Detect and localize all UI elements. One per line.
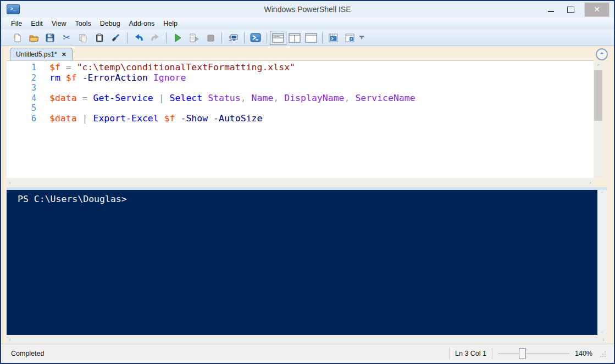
tab-untitled5[interactable]: Untitled5.ps1* ✕ xyxy=(10,48,73,60)
line-number: 6 xyxy=(7,114,36,124)
scroll-right-icon[interactable]: › xyxy=(589,179,591,186)
code-line[interactable]: 3 xyxy=(7,83,594,93)
code-line[interactable]: 2rm $f -ErrorAction Ignore xyxy=(7,73,594,83)
status-bar: Completed Ln 3 Col 1 140% xyxy=(1,344,614,363)
code-text: rm $f -ErrorAction Ignore xyxy=(36,73,186,83)
toolbar-overflow-button[interactable]: ▾ xyxy=(359,36,364,40)
open-script-button[interactable] xyxy=(25,31,42,45)
editor-horizontal-scrollbar[interactable]: ‹ › xyxy=(7,178,594,186)
run-selection-icon xyxy=(189,33,200,43)
save-button[interactable] xyxy=(42,31,58,45)
scroll-up-icon[interactable]: ⌃ xyxy=(594,63,603,70)
title-bar[interactable]: >_ Windows PowerShell ISE ✕ xyxy=(1,1,614,18)
show-console-pane-button[interactable] xyxy=(342,31,358,45)
zoom-percentage: 140% xyxy=(575,350,592,357)
open-folder-icon xyxy=(29,33,39,43)
zoom-slider[interactable] xyxy=(498,348,569,360)
code-area: 1$f = "c:\temp\conditionalTextFormatting… xyxy=(7,61,594,124)
editor-vertical-scrollbar[interactable]: ⌃ xyxy=(594,63,603,178)
script-pane-right-icon xyxy=(289,33,301,43)
stop-operation-button[interactable] xyxy=(202,31,219,45)
scroll-left-icon[interactable]: ‹ xyxy=(9,336,11,343)
script-editor-pane[interactable]: 1$f = "c:\temp\conditionalTextFormatting… xyxy=(7,60,594,178)
powershell-ise-window: >_ Windows PowerShell ISE ✕ File Edit Vi… xyxy=(0,0,615,364)
new-powershell-tab-icon xyxy=(328,33,339,43)
menu-edit[interactable]: Edit xyxy=(26,19,47,29)
paste-clipboard-icon xyxy=(95,33,104,43)
line-col-indicator: Ln 3 Col 1 xyxy=(455,350,486,357)
menu-file[interactable]: File xyxy=(7,19,26,29)
maximize-button[interactable] xyxy=(564,3,577,15)
window-title: Windows PowerShell ISE xyxy=(1,1,614,18)
paste-button[interactable] xyxy=(91,31,108,45)
redo-icon xyxy=(150,33,160,43)
console-vertical-scrollbar[interactable]: ⌃ ⌄ xyxy=(597,190,607,335)
line-number: 1 xyxy=(7,63,36,73)
show-script-pane-maximized-button[interactable] xyxy=(303,31,319,45)
copy-icon xyxy=(78,33,88,43)
code-line[interactable]: 5 xyxy=(7,103,594,114)
toolbar: ✂ xyxy=(1,30,614,46)
new-remote-powershell-tab-button[interactable] xyxy=(225,31,241,45)
show-script-pane-top-button[interactable] xyxy=(270,31,286,45)
menu-help[interactable]: Help xyxy=(159,19,182,29)
code-text: $f = "c:\temp\conditionalTextFormatting.… xyxy=(36,63,295,73)
status-text: Completed xyxy=(1,350,44,357)
minimize-button[interactable] xyxy=(545,3,557,15)
copy-button[interactable] xyxy=(75,31,91,45)
code-line[interactable]: 1$f = "c:\temp\conditionalTextFormatting… xyxy=(7,63,594,73)
zoom-slider-track[interactable] xyxy=(498,353,569,354)
console-pane[interactable]: PS C:\Users\Douglas> xyxy=(7,190,597,335)
undo-button[interactable] xyxy=(130,31,147,45)
editor-scroll-thumb[interactable] xyxy=(594,70,602,121)
zoom-slider-thumb[interactable] xyxy=(519,348,526,359)
clear-console-squeegee-icon xyxy=(111,33,121,43)
tab-close-icon[interactable]: ✕ xyxy=(62,51,67,58)
code-line[interactable]: 6$data | Export-Excel $f -Show -AutoSize xyxy=(7,114,594,124)
stop-icon xyxy=(206,33,215,43)
show-console-pane-icon xyxy=(345,33,356,43)
tab-strip: Untitled5.ps1* ✕ xyxy=(10,48,73,60)
script-pane-maximized-icon xyxy=(305,33,317,43)
save-floppy-icon xyxy=(45,33,55,43)
menu-tools[interactable]: Tools xyxy=(71,19,96,29)
script-pane-top-icon xyxy=(272,33,284,43)
cut-button[interactable]: ✂ xyxy=(58,31,75,45)
scroll-left-icon[interactable]: ‹ xyxy=(9,179,11,186)
code-text: $data | Export-Excel $f -Show -AutoSize xyxy=(36,114,262,124)
console-prompt: PS C:\Users\Douglas> xyxy=(18,194,127,204)
scroll-down-icon[interactable]: ⌄ xyxy=(597,327,607,335)
menu-bar: File Edit View Tools Debug Add-ons Help xyxy=(1,18,614,30)
line-number: 2 xyxy=(7,73,36,83)
start-powershell-button[interactable] xyxy=(247,31,264,45)
console-horizontal-scrollbar[interactable]: ‹ › xyxy=(7,335,607,343)
menu-view[interactable]: View xyxy=(47,19,71,29)
cut-scissors-icon: ✂ xyxy=(63,32,70,43)
run-selection-button[interactable] xyxy=(186,31,202,45)
powershell-icon xyxy=(250,32,261,43)
undo-icon xyxy=(134,33,144,43)
show-script-pane-right-button[interactable] xyxy=(286,31,303,45)
close-button[interactable]: ✕ xyxy=(584,2,610,17)
code-text xyxy=(36,103,49,114)
tab-label: Untitled5.ps1* xyxy=(16,51,57,58)
redo-button[interactable] xyxy=(147,31,163,45)
new-script-icon xyxy=(12,33,22,43)
code-line[interactable]: 4$data = Get-Service | Select Status, Na… xyxy=(7,93,594,104)
remote-computer-user-icon xyxy=(228,33,239,43)
code-text: $data = Get-Service | Select Status, Nam… xyxy=(36,93,415,104)
clear-console-pane-button[interactable] xyxy=(108,31,124,45)
menu-addons[interactable]: Add-ons xyxy=(125,19,159,29)
collapse-script-pane-button[interactable]: ⌃ xyxy=(596,48,608,60)
run-script-button[interactable] xyxy=(169,31,186,45)
resize-grip[interactable] xyxy=(600,351,606,357)
line-number: 3 xyxy=(7,83,36,93)
scroll-right-icon[interactable]: › xyxy=(602,336,605,343)
new-script-button[interactable] xyxy=(9,31,25,45)
new-powershell-tab-button[interactable] xyxy=(325,31,342,45)
menu-debug[interactable]: Debug xyxy=(96,19,125,29)
line-number: 4 xyxy=(7,93,36,104)
code-text xyxy=(36,83,49,93)
scroll-up-icon[interactable]: ⌃ xyxy=(597,190,607,198)
line-number: 5 xyxy=(7,103,36,114)
